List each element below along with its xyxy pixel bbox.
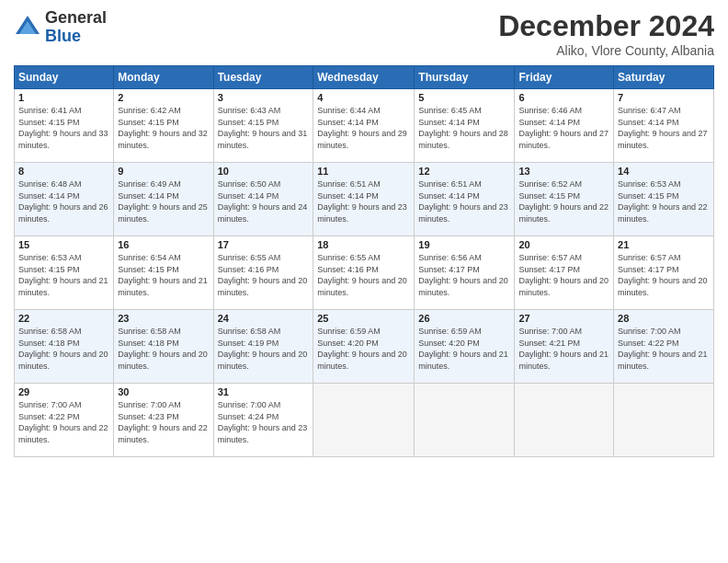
day-info: Sunrise: 6:58 AM Sunset: 4:19 PM Dayligh… bbox=[218, 326, 310, 372]
day-info: Sunrise: 6:45 AM Sunset: 4:14 PM Dayligh… bbox=[418, 105, 510, 151]
day-number: 8 bbox=[18, 166, 109, 177]
day-number: 7 bbox=[618, 92, 710, 103]
calendar-cell bbox=[614, 384, 714, 457]
day-number: 4 bbox=[317, 92, 410, 103]
month-title: December 2024 bbox=[498, 9, 714, 43]
calendar-cell: 22Sunrise: 6:58 AM Sunset: 4:18 PM Dayli… bbox=[15, 310, 114, 384]
calendar-cell: 5Sunrise: 6:45 AM Sunset: 4:14 PM Daylig… bbox=[415, 89, 515, 163]
weekday-header-saturday: Saturday bbox=[614, 66, 714, 89]
day-info: Sunrise: 6:43 AM Sunset: 4:15 PM Dayligh… bbox=[218, 105, 310, 151]
day-info: Sunrise: 7:00 AM Sunset: 4:21 PM Dayligh… bbox=[518, 326, 609, 372]
week-row-1: 1Sunrise: 6:41 AM Sunset: 4:15 PM Daylig… bbox=[15, 89, 714, 163]
day-number: 15 bbox=[18, 239, 109, 250]
calendar-cell: 6Sunrise: 6:46 AM Sunset: 4:14 PM Daylig… bbox=[515, 89, 614, 163]
day-number: 1 bbox=[18, 92, 109, 103]
weekday-header-friday: Friday bbox=[515, 66, 614, 89]
calendar-cell: 16Sunrise: 6:54 AM Sunset: 4:15 PM Dayli… bbox=[114, 236, 213, 310]
day-number: 29 bbox=[18, 386, 109, 397]
day-number: 12 bbox=[418, 166, 510, 177]
day-info: Sunrise: 6:55 AM Sunset: 4:16 PM Dayligh… bbox=[218, 252, 310, 298]
day-info: Sunrise: 6:41 AM Sunset: 4:15 PM Dayligh… bbox=[18, 105, 109, 151]
day-info: Sunrise: 6:52 AM Sunset: 4:15 PM Dayligh… bbox=[518, 178, 609, 224]
calendar-cell: 2Sunrise: 6:42 AM Sunset: 4:15 PM Daylig… bbox=[114, 89, 213, 163]
calendar-cell: 25Sunrise: 6:59 AM Sunset: 4:20 PM Dayli… bbox=[313, 310, 415, 384]
day-info: Sunrise: 6:54 AM Sunset: 4:15 PM Dayligh… bbox=[118, 252, 209, 298]
day-info: Sunrise: 6:57 AM Sunset: 4:17 PM Dayligh… bbox=[618, 252, 710, 298]
location: Aliko, Vlore County, Albania bbox=[498, 43, 714, 58]
week-row-2: 8Sunrise: 6:48 AM Sunset: 4:14 PM Daylig… bbox=[15, 163, 714, 236]
calendar-cell: 8Sunrise: 6:48 AM Sunset: 4:14 PM Daylig… bbox=[15, 163, 114, 236]
calendar-cell: 17Sunrise: 6:55 AM Sunset: 4:16 PM Dayli… bbox=[213, 236, 313, 310]
weekday-header-row: SundayMondayTuesdayWednesdayThursdayFrid… bbox=[15, 66, 714, 89]
logo: General Blue bbox=[14, 9, 107, 46]
calendar-cell: 27Sunrise: 7:00 AM Sunset: 4:21 PM Dayli… bbox=[515, 310, 614, 384]
calendar-cell: 10Sunrise: 6:50 AM Sunset: 4:14 PM Dayli… bbox=[213, 163, 313, 236]
calendar-cell: 4Sunrise: 6:44 AM Sunset: 4:14 PM Daylig… bbox=[313, 89, 415, 163]
day-number: 2 bbox=[118, 92, 209, 103]
calendar-cell: 21Sunrise: 6:57 AM Sunset: 4:17 PM Dayli… bbox=[614, 236, 714, 310]
weekday-header-thursday: Thursday bbox=[415, 66, 515, 89]
header: General Blue December 2024 Aliko, Vlore … bbox=[14, 9, 714, 58]
week-row-5: 29Sunrise: 7:00 AM Sunset: 4:22 PM Dayli… bbox=[15, 384, 714, 457]
day-info: Sunrise: 7:00 AM Sunset: 4:23 PM Dayligh… bbox=[118, 399, 209, 445]
day-info: Sunrise: 6:48 AM Sunset: 4:14 PM Dayligh… bbox=[18, 178, 109, 224]
day-number: 26 bbox=[418, 313, 510, 324]
weekday-header-sunday: Sunday bbox=[15, 66, 114, 89]
day-number: 19 bbox=[418, 239, 510, 250]
day-number: 5 bbox=[418, 92, 510, 103]
calendar-cell: 14Sunrise: 6:53 AM Sunset: 4:15 PM Dayli… bbox=[614, 163, 714, 236]
day-info: Sunrise: 7:00 AM Sunset: 4:22 PM Dayligh… bbox=[618, 326, 710, 372]
day-info: Sunrise: 6:57 AM Sunset: 4:17 PM Dayligh… bbox=[518, 252, 609, 298]
day-info: Sunrise: 6:55 AM Sunset: 4:16 PM Dayligh… bbox=[317, 252, 410, 298]
calendar-table: SundayMondayTuesdayWednesdayThursdayFrid… bbox=[14, 65, 714, 457]
calendar-cell: 28Sunrise: 7:00 AM Sunset: 4:22 PM Dayli… bbox=[614, 310, 714, 384]
day-number: 31 bbox=[218, 386, 310, 397]
calendar-cell: 18Sunrise: 6:55 AM Sunset: 4:16 PM Dayli… bbox=[313, 236, 415, 310]
day-number: 14 bbox=[618, 166, 710, 177]
calendar-cell: 7Sunrise: 6:47 AM Sunset: 4:14 PM Daylig… bbox=[614, 89, 714, 163]
day-info: Sunrise: 6:46 AM Sunset: 4:14 PM Dayligh… bbox=[518, 105, 609, 151]
calendar-cell bbox=[415, 384, 515, 457]
day-info: Sunrise: 6:47 AM Sunset: 4:14 PM Dayligh… bbox=[618, 105, 710, 151]
calendar-cell: 13Sunrise: 6:52 AM Sunset: 4:15 PM Dayli… bbox=[515, 163, 614, 236]
day-number: 24 bbox=[218, 313, 310, 324]
weekday-header-wednesday: Wednesday bbox=[313, 66, 415, 89]
week-row-4: 22Sunrise: 6:58 AM Sunset: 4:18 PM Dayli… bbox=[15, 310, 714, 384]
calendar-cell bbox=[313, 384, 415, 457]
calendar-cell: 30Sunrise: 7:00 AM Sunset: 4:23 PM Dayli… bbox=[114, 384, 213, 457]
calendar-cell: 23Sunrise: 6:58 AM Sunset: 4:18 PM Dayli… bbox=[114, 310, 213, 384]
day-info: Sunrise: 6:59 AM Sunset: 4:20 PM Dayligh… bbox=[418, 326, 510, 372]
day-info: Sunrise: 6:51 AM Sunset: 4:14 PM Dayligh… bbox=[418, 178, 510, 224]
logo-text: General Blue bbox=[45, 9, 107, 46]
day-info: Sunrise: 6:42 AM Sunset: 4:15 PM Dayligh… bbox=[118, 105, 209, 151]
day-number: 9 bbox=[118, 166, 209, 177]
day-info: Sunrise: 6:44 AM Sunset: 4:14 PM Dayligh… bbox=[317, 105, 410, 151]
day-info: Sunrise: 6:53 AM Sunset: 4:15 PM Dayligh… bbox=[618, 178, 710, 224]
calendar-cell: 11Sunrise: 6:51 AM Sunset: 4:14 PM Dayli… bbox=[313, 163, 415, 236]
day-info: Sunrise: 7:00 AM Sunset: 4:24 PM Dayligh… bbox=[218, 399, 310, 445]
day-info: Sunrise: 6:59 AM Sunset: 4:20 PM Dayligh… bbox=[317, 326, 410, 372]
logo-line1: General bbox=[45, 9, 107, 28]
calendar-cell bbox=[515, 384, 614, 457]
calendar-cell: 3Sunrise: 6:43 AM Sunset: 4:15 PM Daylig… bbox=[213, 89, 313, 163]
calendar-cell: 19Sunrise: 6:56 AM Sunset: 4:17 PM Dayli… bbox=[415, 236, 515, 310]
day-number: 13 bbox=[518, 166, 609, 177]
day-number: 27 bbox=[518, 313, 609, 324]
calendar-cell: 12Sunrise: 6:51 AM Sunset: 4:14 PM Dayli… bbox=[415, 163, 515, 236]
day-number: 21 bbox=[618, 239, 710, 250]
weekday-header-tuesday: Tuesday bbox=[213, 66, 313, 89]
page: General Blue December 2024 Aliko, Vlore … bbox=[0, 0, 728, 563]
logo-line2: Blue bbox=[45, 28, 107, 46]
day-info: Sunrise: 6:58 AM Sunset: 4:18 PM Dayligh… bbox=[18, 326, 109, 372]
week-row-3: 15Sunrise: 6:53 AM Sunset: 4:15 PM Dayli… bbox=[15, 236, 714, 310]
day-number: 18 bbox=[317, 239, 410, 250]
day-info: Sunrise: 6:50 AM Sunset: 4:14 PM Dayligh… bbox=[218, 178, 310, 224]
calendar-cell: 9Sunrise: 6:49 AM Sunset: 4:14 PM Daylig… bbox=[114, 163, 213, 236]
day-info: Sunrise: 6:53 AM Sunset: 4:15 PM Dayligh… bbox=[18, 252, 109, 298]
day-number: 22 bbox=[18, 313, 109, 324]
day-info: Sunrise: 7:00 AM Sunset: 4:22 PM Dayligh… bbox=[18, 399, 109, 445]
calendar-cell: 15Sunrise: 6:53 AM Sunset: 4:15 PM Dayli… bbox=[15, 236, 114, 310]
weekday-header-monday: Monday bbox=[114, 66, 213, 89]
day-number: 30 bbox=[118, 386, 209, 397]
calendar-cell: 31Sunrise: 7:00 AM Sunset: 4:24 PM Dayli… bbox=[213, 384, 313, 457]
